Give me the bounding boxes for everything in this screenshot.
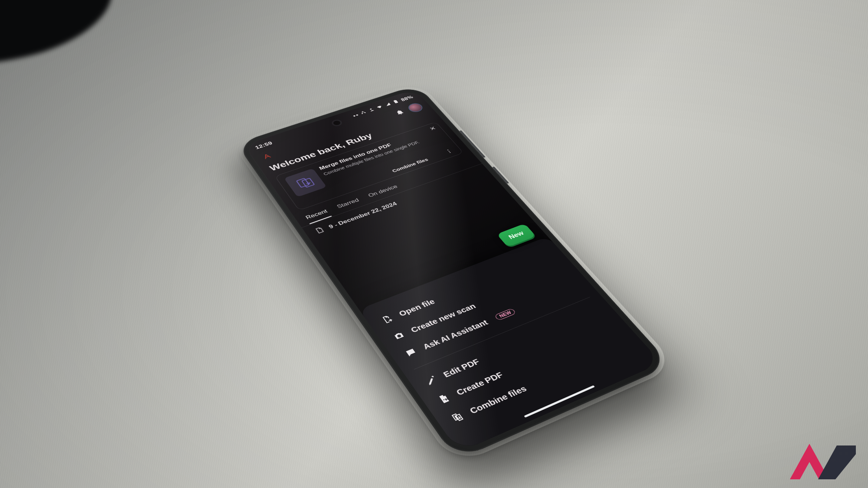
photo-scene: 12:59 [0,0,868,488]
dots-icon [353,114,358,117]
battery-percent: 88% [400,95,414,102]
sheet-open-file[interactable]: Open file [365,243,568,334]
signal-icon [384,102,393,108]
new-fab[interactable]: New [496,223,536,247]
battery-icon [392,99,401,105]
camera-icon [391,329,407,341]
pdf-icon [435,392,453,405]
close-icon[interactable]: ✕ [428,125,437,131]
sheet-ask-ai[interactable]: Ask AI Assistant NEW [388,273,595,368]
open-file-icon [379,313,395,325]
phone-body: 12:59 [236,85,671,460]
sheet-item-label: Create new scan [409,302,477,334]
svg-rect-5 [394,100,395,100]
sheet-item-label: Open file [397,297,437,318]
sheet-item-label: Edit PDF [441,357,481,379]
android-police-watermark [786,436,859,484]
divider [414,297,590,370]
share-icon [359,110,368,116]
phone-screen: 12:59 [243,89,662,452]
sheet-item-label: Combine files [468,384,529,415]
action-sheet: New Open file Create new sc [359,236,662,452]
svg-point-3 [370,108,372,109]
gesture-bar[interactable] [524,385,595,418]
sheet-edit-pdf[interactable]: Edit PDF [408,298,618,397]
object-corner [0,0,121,79]
sheet-item-label: Create PDF [454,370,505,396]
kebab-icon[interactable]: ⋮ [444,147,454,154]
pdf-file-icon [313,226,326,236]
combine-illustration [284,168,327,197]
combine-icon [449,410,467,424]
ai-icon [403,346,419,359]
avatar[interactable] [407,102,424,113]
new-badge: NEW [494,308,516,320]
svg-marker-9 [818,445,856,479]
notifications-icon[interactable] [394,108,406,116]
sheet-item-label: Ask AI Assistant [421,318,490,350]
sheet-combine-files[interactable]: Combine files [433,330,647,434]
person-icon [367,107,376,113]
adobe-acrobat-icon [260,152,274,161]
sheet-create-scan[interactable]: Create new scan [376,258,581,350]
pencil-icon [423,374,440,387]
wifi-icon [375,104,385,110]
sheet-create-pdf[interactable]: Create PDF [420,314,632,415]
